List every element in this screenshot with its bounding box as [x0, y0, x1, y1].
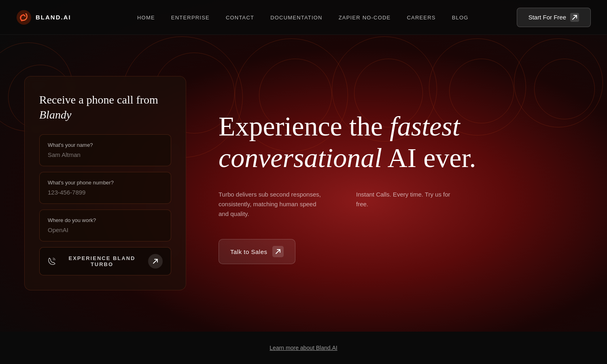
phone-value: 123-456-7899 — [48, 189, 85, 196]
name-field[interactable]: What's your name? Sam Altman — [39, 134, 171, 166]
navbar: BLAND.AI HOME ENTERPRISE CONTACT DOCUMEN… — [0, 0, 607, 35]
nav-documentation[interactable]: DOCUMENTATION — [270, 15, 323, 21]
company-label: Where do you work? — [48, 217, 163, 223]
company-field[interactable]: Where do you work? OpenAI — [39, 210, 171, 241]
hero-headline: Experience the fastest conversational AI… — [219, 110, 583, 174]
hero-sub-left: Turbo delivers sub second responses, con… — [219, 190, 324, 219]
submit-arrow-icon — [148, 254, 163, 269]
hero-sub: Turbo delivers sub second responses, con… — [219, 190, 583, 219]
footer-bar: Learn more about Bland.AI — [0, 332, 607, 364]
nav-home[interactable]: HOME — [137, 15, 155, 21]
hero-section: Experience the fastest conversational AI… — [219, 102, 583, 264]
experience-button[interactable]: EXPERIENCE BLAND TURBO — [39, 247, 171, 275]
logo[interactable]: BLAND.AI — [16, 10, 89, 25]
nav-zapier[interactable]: ZAPIER NO-CODE — [339, 15, 391, 21]
start-for-free-label: Start For Free — [528, 14, 566, 21]
name-value: Sam Altman — [48, 151, 81, 158]
experience-label: EXPERIENCE BLAND TURBO — [61, 255, 143, 267]
start-for-free-button[interactable]: Start For Free — [517, 8, 591, 27]
form-title: Receive a phone call from Blandy — [39, 93, 171, 122]
phone-label: What's your phone number? — [48, 180, 163, 186]
arrow-icon — [570, 13, 579, 22]
nav-enterprise[interactable]: ENTERPRISE — [171, 15, 210, 21]
nav-contact[interactable]: CONTACT — [226, 15, 254, 21]
phone-icon — [48, 257, 56, 265]
talk-to-sales-arrow-icon — [272, 246, 284, 257]
logo-text: BLAND.AI — [36, 14, 71, 21]
svg-point-0 — [17, 10, 31, 25]
phone-field[interactable]: What's your phone number? 123-456-7899 — [39, 172, 171, 204]
talk-to-sales-button[interactable]: Talk to Sales — [219, 239, 295, 264]
form-card: Receive a phone call from Blandy What's … — [24, 76, 186, 290]
main-content: Receive a phone call from Blandy What's … — [0, 35, 607, 332]
logo-icon — [16, 10, 32, 25]
learn-more-link[interactable]: Learn more about Bland.AI — [270, 345, 337, 351]
company-value: OpenAI — [48, 226, 68, 233]
nav-blog[interactable]: BLOG — [452, 15, 469, 21]
nav-links: HOME ENTERPRISE CONTACT DOCUMENTATION ZA… — [89, 14, 517, 21]
nav-careers[interactable]: CAREERS — [407, 15, 435, 21]
name-label: What's your name? — [48, 142, 163, 148]
talk-to-sales-label: Talk to Sales — [230, 248, 267, 255]
hero-sub-right: Instant Calls. Every time. Try us for fr… — [356, 190, 461, 219]
